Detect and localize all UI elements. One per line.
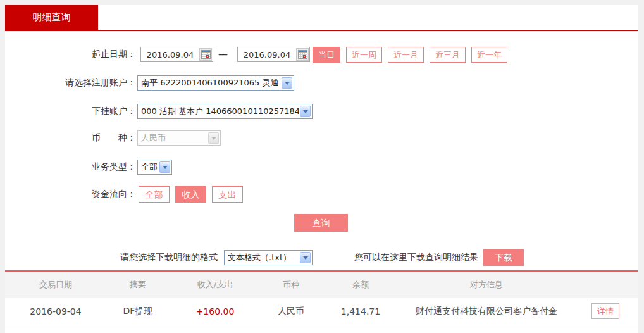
register-account-value: 南平 6222001406100921065 灵通卡 xyxy=(138,77,280,89)
chevron-down-icon xyxy=(208,132,219,144)
currency-value: 人民币 xyxy=(138,132,207,144)
quick-date-buttons: 当日 近一周 近一月 近三月 近一年 xyxy=(313,47,507,63)
tab-detail-query[interactable]: 明细查询 xyxy=(5,5,98,30)
download-hint: 您可以在这里下载查询明细结果 xyxy=(354,252,478,263)
cell-action: 详情 xyxy=(573,303,638,319)
chevron-down-icon xyxy=(282,77,292,89)
quick-button-last-month[interactable]: 近一月 xyxy=(388,47,424,63)
business-type-value: 全部 xyxy=(138,161,158,173)
date-range-label: 起止日期： xyxy=(5,49,136,60)
register-account-select[interactable]: 南平 6222001406100921065 灵通卡 xyxy=(137,75,294,91)
header-balance: 余额 xyxy=(321,279,400,291)
table-header: 交易日期 摘要 收入/支出 币种 余额 对方信息 xyxy=(5,272,638,298)
business-type-select[interactable]: 全部 xyxy=(137,160,172,175)
fund-flow-row: 资金流向： 全部 收入 支出 xyxy=(5,185,638,203)
sub-account-select[interactable]: 000 活期 基本户 1406600101102571848 xyxy=(137,104,313,119)
cell-trade-date: 2016-09-04 xyxy=(5,306,106,317)
chevron-down-icon xyxy=(300,106,311,117)
tab-underline xyxy=(5,30,638,31)
quick-button-last-week[interactable]: 近一周 xyxy=(346,47,382,63)
cell-amount: +160.00 xyxy=(170,306,261,317)
header-trade-date: 交易日期 xyxy=(5,279,106,291)
chevron-down-icon xyxy=(300,252,311,263)
header-summary: 摘要 xyxy=(106,279,170,291)
row-separator xyxy=(5,325,638,325)
quick-button-last-three-months[interactable]: 近三月 xyxy=(430,47,466,63)
currency-select: 人民币 xyxy=(137,130,221,146)
sub-account-label: 下挂账户： xyxy=(5,106,136,117)
currency-row: 币 种： 人民币 xyxy=(5,130,638,146)
end-date-input[interactable]: 2016.09.04 xyxy=(237,47,310,62)
fund-flow-buttons: 全部 收入 支出 xyxy=(139,186,243,203)
start-date-value: 2016.09.04 xyxy=(141,50,199,60)
download-button[interactable]: 下载 xyxy=(483,249,524,266)
download-row: 请您选择下载明细的格式 文本格式（.txt） 您可以在这里下载查询明细结果 下载 xyxy=(5,249,638,266)
currency-label: 币 种： xyxy=(5,132,136,144)
table-row: 2016-09-04 DF提现 +160.00 人民币 1,414.71 财付通… xyxy=(5,298,638,325)
sub-account-value: 000 活期 基本户 1406600101102571848 xyxy=(138,106,299,117)
end-date-value: 2016.09.04 xyxy=(238,50,296,60)
download-format-label: 请您选择下载明细的格式 xyxy=(120,252,218,263)
date-range-separator: — xyxy=(218,49,228,60)
quick-button-today[interactable]: 当日 xyxy=(313,47,340,63)
content-panel: 明细查询 起止日期： 2016.09.04 — 2016 xyxy=(5,5,638,333)
business-type-row: 业务类型： 全部 xyxy=(5,159,638,175)
chevron-down-icon xyxy=(159,161,170,173)
download-format-select[interactable]: 文本格式（.txt） xyxy=(224,250,313,265)
cell-currency: 人民币 xyxy=(261,306,321,317)
cell-balance: 1,414.71 xyxy=(321,306,400,317)
header-income-expense: 收入/支出 xyxy=(170,279,261,291)
fund-flow-expense-button[interactable]: 支出 xyxy=(212,186,243,203)
download-format-value: 文本格式（.txt） xyxy=(225,252,299,263)
calendar-icon[interactable] xyxy=(199,48,212,61)
start-date-input[interactable]: 2016.09.04 xyxy=(140,47,213,62)
fund-flow-income-button[interactable]: 收入 xyxy=(175,186,206,203)
cell-counterparty: 财付通支付科技有限公司客户备付金 xyxy=(400,306,573,317)
calendar-icon[interactable] xyxy=(296,48,309,61)
header-counterparty: 对方信息 xyxy=(400,279,573,291)
query-button[interactable]: 查询 xyxy=(294,214,348,232)
header-currency: 币种 xyxy=(261,279,321,291)
quick-button-last-year[interactable]: 近一年 xyxy=(471,47,507,63)
tab-label: 明细查询 xyxy=(33,11,71,23)
cell-summary: DF提现 xyxy=(106,306,170,317)
fund-flow-all-button[interactable]: 全部 xyxy=(139,186,170,203)
sub-account-row: 下挂账户： 000 活期 基本户 1406600101102571848 xyxy=(5,103,638,120)
business-type-label: 业务类型： xyxy=(5,161,136,173)
detail-button[interactable]: 详情 xyxy=(591,303,619,319)
date-range-row: 起止日期： 2016.09.04 — 2016.09.04 xyxy=(5,46,638,63)
fund-flow-label: 资金流向： xyxy=(5,189,136,200)
register-account-label: 请选择注册账户： xyxy=(5,77,136,89)
register-account-row: 请选择注册账户： 南平 6222001406100921065 灵通卡 xyxy=(5,75,638,91)
